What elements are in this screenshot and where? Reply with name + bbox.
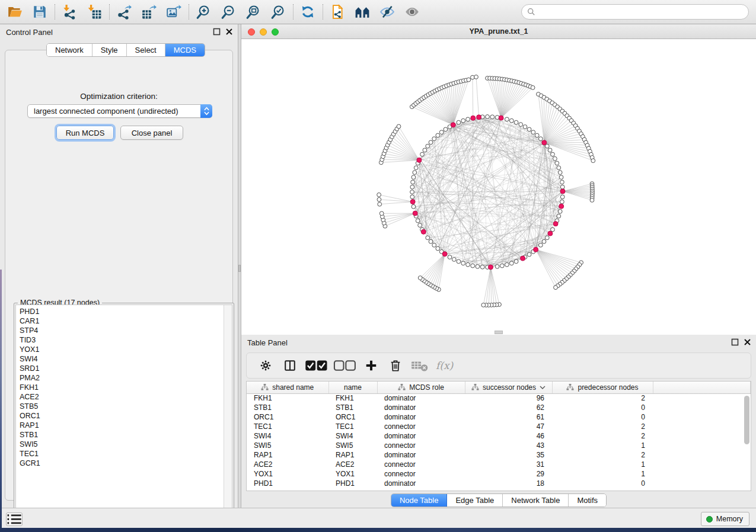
graph-node[interactable] bbox=[461, 118, 465, 123]
mcds-result-item[interactable]: TID3 bbox=[20, 335, 232, 345]
close-panel-button[interactable]: Close panel bbox=[120, 126, 183, 140]
graph-hub-node[interactable] bbox=[410, 200, 415, 204]
import-table-button[interactable] bbox=[84, 2, 104, 22]
table-cell[interactable]: connector bbox=[377, 441, 465, 450]
graph-hub-node[interactable] bbox=[451, 123, 455, 127]
hide-annotations-button[interactable] bbox=[377, 2, 397, 22]
table-cell[interactable]: 1 bbox=[552, 441, 653, 450]
mcds-result-item[interactable]: FKH1 bbox=[20, 383, 232, 392]
graph-hub-node[interactable] bbox=[489, 265, 493, 270]
graph-node[interactable] bbox=[426, 144, 430, 148]
mcds-result-item[interactable]: SRD1 bbox=[20, 364, 232, 373]
graph-node[interactable] bbox=[467, 78, 471, 82]
graph-node[interactable] bbox=[560, 180, 564, 184]
graph-node[interactable] bbox=[444, 127, 448, 132]
table-cell[interactable]: YOX1 bbox=[247, 469, 328, 479]
table-cell[interactable]: dominator bbox=[377, 431, 465, 441]
graph-hub-node[interactable] bbox=[521, 256, 525, 261]
graph-node[interactable] bbox=[505, 262, 509, 267]
column-header-successor-nodes[interactable]: successor nodes bbox=[465, 382, 552, 393]
graph-node[interactable] bbox=[557, 166, 561, 170]
graph-node[interactable] bbox=[514, 259, 518, 264]
export-webpage-button[interactable] bbox=[327, 2, 347, 22]
graph-node[interactable] bbox=[410, 185, 414, 189]
table-cell[interactable]: dominator bbox=[377, 450, 465, 460]
table-row[interactable]: PHD1PHD1dominator180 bbox=[247, 479, 751, 488]
table-cell[interactable]: TEC1 bbox=[328, 422, 377, 431]
graph-node[interactable] bbox=[509, 261, 513, 265]
graph-hub-node[interactable] bbox=[559, 204, 564, 209]
network-canvas[interactable] bbox=[241, 39, 756, 333]
mcds-result-item[interactable]: ACE2 bbox=[20, 392, 232, 402]
tab-motifs[interactable]: Motifs bbox=[569, 494, 606, 507]
graph-node[interactable] bbox=[523, 125, 527, 129]
close-table-panel-icon[interactable] bbox=[744, 338, 751, 346]
graph-node[interactable] bbox=[457, 259, 461, 264]
graph-hub-node[interactable] bbox=[560, 189, 565, 194]
graph-node[interactable] bbox=[542, 239, 546, 243]
table-cell[interactable]: connector bbox=[377, 469, 465, 479]
graph-hub-node[interactable] bbox=[548, 231, 553, 236]
graph-node[interactable] bbox=[480, 265, 484, 269]
graph-hub-node[interactable] bbox=[499, 116, 503, 120]
graph-hub-node[interactable] bbox=[413, 211, 417, 216]
graph-hub-node[interactable] bbox=[442, 252, 447, 257]
open-session-button[interactable] bbox=[5, 2, 25, 22]
graph-node[interactable] bbox=[410, 195, 414, 199]
graph-node[interactable] bbox=[413, 171, 417, 175]
table-cell[interactable]: 61 bbox=[465, 412, 552, 422]
tab-edge-table[interactable]: Edge Table bbox=[447, 494, 503, 507]
graph-node[interactable] bbox=[439, 130, 444, 134]
float-panel-icon[interactable] bbox=[213, 28, 221, 36]
graph-node[interactable] bbox=[377, 193, 381, 197]
table-cell[interactable]: SWI5 bbox=[328, 441, 377, 450]
graph-node[interactable] bbox=[531, 86, 535, 90]
graph-node[interactable] bbox=[436, 133, 440, 137]
splitter-grip[interactable] bbox=[238, 265, 241, 272]
graph-node[interactable] bbox=[426, 236, 430, 240]
graph-node[interactable] bbox=[538, 243, 543, 247]
graph-node[interactable] bbox=[548, 148, 552, 152]
table-cell[interactable]: 0 bbox=[552, 403, 653, 412]
table-cell[interactable]: dominator bbox=[377, 393, 465, 403]
graph-hub-node[interactable] bbox=[477, 115, 481, 120]
graph-hub-node[interactable] bbox=[553, 222, 558, 226]
table-cell[interactable]: 96 bbox=[465, 393, 552, 403]
table-cell[interactable]: ORC1 bbox=[328, 412, 377, 422]
mcds-result-item[interactable]: STB1 bbox=[20, 430, 232, 440]
optimization-criterion-select[interactable]: largest connected component (undirected) bbox=[27, 104, 212, 118]
graph-node[interactable] bbox=[452, 258, 456, 262]
export-image-button[interactable] bbox=[164, 2, 184, 22]
save-session-button[interactable] bbox=[30, 2, 50, 22]
graph-hub-node[interactable] bbox=[421, 229, 426, 234]
graph-node[interactable] bbox=[558, 210, 562, 214]
zoom-selected-button[interactable] bbox=[268, 2, 288, 22]
table-cell[interactable]: YOX1 bbox=[328, 469, 377, 479]
table-cell[interactable]: 2 bbox=[552, 393, 653, 403]
graph-node[interactable] bbox=[457, 120, 461, 124]
horizontal-splitter-grip[interactable] bbox=[495, 331, 503, 334]
graph-node[interactable] bbox=[590, 198, 594, 203]
mcds-result-item[interactable]: SWI4 bbox=[20, 354, 232, 364]
graph-node[interactable] bbox=[418, 223, 422, 227]
graph-node[interactable] bbox=[432, 243, 436, 247]
graph-node[interactable] bbox=[412, 204, 416, 209]
table-row[interactable]: STB1STB1dominator620 bbox=[247, 403, 751, 412]
search-input[interactable] bbox=[535, 6, 748, 18]
export-network-button[interactable] bbox=[114, 2, 134, 22]
graph-node[interactable] bbox=[481, 303, 486, 307]
graph-hub-node[interactable] bbox=[417, 158, 422, 162]
column-header-MCDS-role[interactable]: MCDS role bbox=[377, 382, 465, 393]
table-cell[interactable]: 0 bbox=[552, 479, 653, 488]
tab-node-table[interactable]: Node Table bbox=[391, 494, 448, 507]
unselect-all-columns-button[interactable] bbox=[333, 356, 356, 375]
mcds-result-item[interactable]: STP4 bbox=[20, 326, 232, 335]
table-row[interactable]: SWI5SWI5connector431 bbox=[247, 441, 751, 450]
table-cell[interactable]: 35 bbox=[465, 450, 552, 460]
graph-node[interactable] bbox=[527, 127, 531, 132]
graph-node[interactable] bbox=[509, 118, 513, 123]
table-cell[interactable]: STB1 bbox=[247, 403, 328, 412]
graph-node[interactable] bbox=[505, 117, 509, 121]
graph-node[interactable] bbox=[461, 261, 465, 265]
table-cell[interactable]: 18 bbox=[465, 479, 552, 488]
